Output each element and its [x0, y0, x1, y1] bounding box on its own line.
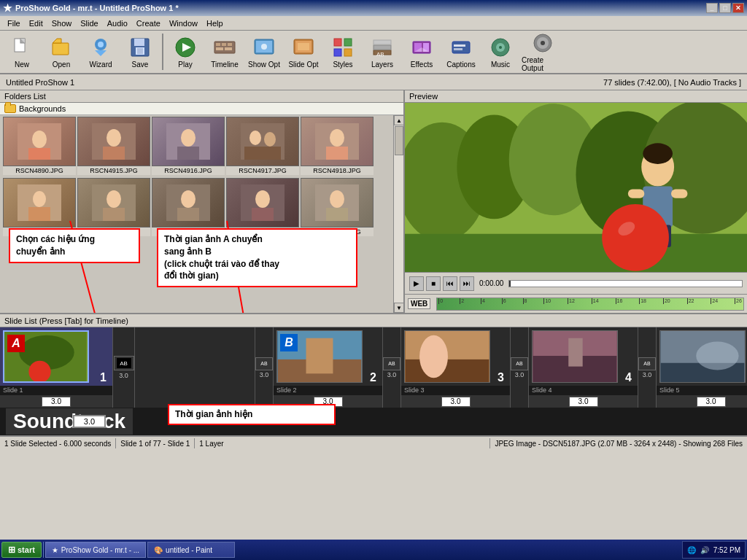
next-ctrl-button[interactable]: ⏭ — [460, 276, 474, 291]
maximize-button[interactable]: □ — [719, 3, 731, 13]
slide-thumb-wrapper: A 1 — [0, 327, 112, 386]
windows-logo: ⊞ — [8, 545, 15, 555]
slide-1-bottom-time[interactable] — [73, 415, 106, 428]
project-bar: Untitled ProShow 1 77 slides (7:42.00), … — [0, 74, 747, 90]
photo-item[interactable]: RSCN4890.JPG — [3, 117, 76, 175]
slide-item-4[interactable]: 4 Slide 4 — [529, 327, 638, 408]
slide-item-2[interactable]: B 2 Slide 2 — [274, 327, 383, 408]
slide-thumb-4-wrapper: 4 — [529, 327, 638, 386]
folders-header: Folders List — [0, 90, 403, 103]
prev-ctrl-button[interactable]: ⏮ — [443, 276, 457, 291]
scroll-thumb[interactable] — [395, 126, 403, 155]
transition-widget-1-2[interactable]: AB 3.0 — [255, 327, 274, 408]
layers-button[interactable]: AB Layers — [363, 32, 401, 71]
slide-time-input-5[interactable] — [697, 397, 726, 407]
menu-window[interactable]: Window — [165, 18, 202, 29]
menu-slide[interactable]: Slide — [76, 18, 102, 29]
preview-image — [405, 103, 747, 272]
photo-item[interactable]: RSCN4989.JPG — [301, 178, 374, 236]
new-button[interactable]: New — [3, 32, 41, 71]
photo-item[interactable]: RSCN4918.JPG — [301, 117, 374, 175]
slide-time-input-1[interactable] — [42, 397, 71, 407]
trans-box-2: AB — [383, 357, 400, 370]
folders-tree[interactable]: Backgrounds — [0, 103, 403, 115]
wizard-button[interactable]: Wizard — [82, 32, 120, 71]
slide-thumb-2: B — [276, 330, 363, 383]
taskbar-paint-label: untitled - Paint — [166, 546, 212, 554]
scroll-up-button[interactable]: ▲ — [394, 115, 403, 125]
svg-rect-32 — [374, 45, 391, 50]
svg-rect-60 — [244, 147, 281, 160]
trans-inner: AB — [117, 358, 131, 368]
play-ctrl-button[interactable]: ▶ — [409, 276, 424, 291]
captions-icon — [449, 36, 473, 59]
slide-list-header: Slide List (Press [Tab] for Timeline) — [0, 313, 747, 327]
captions-button[interactable]: Captions — [442, 32, 480, 71]
slide-item-3[interactable]: 3 Slide 3 — [401, 327, 511, 408]
photo-item[interactable]: RSCN4924.JPG — [3, 178, 76, 236]
open-button[interactable]: Open — [42, 32, 80, 71]
slide-item-5[interactable]: 5 Slide 5 — [657, 327, 747, 408]
photo-item[interactable]: RSCN4937.JPG — [77, 178, 150, 236]
slide-item-1[interactable]: A 1 Slide 1 — [0, 327, 113, 408]
transition-widget-4-5[interactable]: AB 3.0 — [638, 327, 657, 408]
styles-icon — [331, 36, 355, 59]
folder-icon — [4, 104, 16, 113]
svg-rect-29 — [334, 49, 341, 56]
music-button[interactable]: Music — [481, 32, 519, 71]
slide-time-input-4[interactable] — [569, 397, 598, 407]
taskbar-paint[interactable]: 🎨 untitled - Paint — [147, 542, 235, 558]
scroll-down-button[interactable]: ▼ — [394, 303, 403, 313]
photo-item[interactable]: RSCN4917.JPG — [226, 117, 299, 175]
slide-time-input-3[interactable] — [441, 397, 471, 407]
ruler-track: 0 2 4 6 8 10 12 14 16 18 20 22 24 26 — [436, 298, 744, 311]
slide-opt-button[interactable]: Slide Opt — [285, 32, 322, 71]
bottom-area: Soundtrack Thời gian ảnh hiện — [0, 408, 747, 435]
stop-ctrl-button[interactable]: ■ — [426, 276, 441, 291]
annotation-display-time-text: Thời gian ảnh hiện — [175, 409, 252, 419]
svg-rect-5 — [54, 46, 67, 53]
play-button[interactable]: Play — [166, 32, 204, 71]
trans-label-2: AB — [388, 361, 395, 366]
music-label: Music — [491, 61, 510, 69]
folder-name: Backgrounds — [19, 104, 66, 113]
styles-button[interactable]: Styles — [324, 32, 362, 71]
scrollbar-vertical[interactable]: ▲ ▼ — [393, 115, 403, 313]
menu-file[interactable]: File — [3, 18, 25, 29]
photo-item[interactable]: RSCN4916.JPG — [152, 117, 225, 175]
close-button[interactable]: ✕ — [732, 3, 744, 13]
menubar: File Edit Show Slide Audio Create Window… — [0, 16, 747, 31]
photo-item[interactable]: RSCN4944.JPG — [152, 178, 225, 236]
photo-thumb — [152, 178, 225, 228]
menu-create[interactable]: Create — [132, 18, 165, 29]
transition-1-2[interactable]: AB 3.0 — [113, 327, 135, 408]
taskbar-proshow[interactable]: ★ ProShow Gold - mr.t - ... — [45, 542, 146, 558]
photo-label: RSCN4890.JPG — [3, 166, 76, 175]
photo-item[interactable]: RSCN4915.JPG — [77, 117, 150, 175]
slide-time-4 — [529, 395, 638, 408]
minimize-button[interactable]: _ — [706, 3, 718, 13]
menu-edit[interactable]: Edit — [25, 18, 47, 29]
soundtrack-label: Soundtrack — [6, 408, 133, 435]
timeline-scrubber[interactable] — [508, 280, 743, 287]
annotation-transition: Thời gian ảnh A chuyểnsang ảnh B(click c… — [157, 228, 357, 287]
annotation-effects-text: Chọn các hiệu ứngchuyển ảnh — [16, 234, 95, 257]
transition-widget-2-3[interactable]: AB 3.0 — [383, 327, 401, 408]
slide-1-time-box — [73, 415, 106, 428]
titlebar: ★ ProShow Gold - mr.t - Untitled ProShow… — [0, 0, 747, 16]
trans-time: 3.0 — [260, 371, 269, 378]
toolbar: New Open Wizard Save Play Timeline — [0, 31, 747, 74]
show-opt-button[interactable]: Show Opt — [245, 32, 283, 71]
effects-button[interactable]: Effects — [403, 32, 441, 71]
create-output-button[interactable]: Create Output — [521, 32, 565, 71]
start-button[interactable]: ⊞ start — [1, 542, 42, 558]
save-button[interactable]: Save — [121, 32, 159, 71]
timeline-button[interactable]: Timeline — [206, 32, 244, 71]
menu-help[interactable]: Help — [202, 18, 228, 29]
menu-show[interactable]: Show — [47, 18, 77, 29]
save-icon — [128, 36, 152, 59]
trans-time-2: 3.0 — [387, 371, 397, 378]
photo-item[interactable]: RSCN4988.JPG — [226, 178, 299, 236]
transition-widget-3-4[interactable]: AB 3.0 — [511, 327, 529, 408]
menu-audio[interactable]: Audio — [103, 18, 132, 29]
